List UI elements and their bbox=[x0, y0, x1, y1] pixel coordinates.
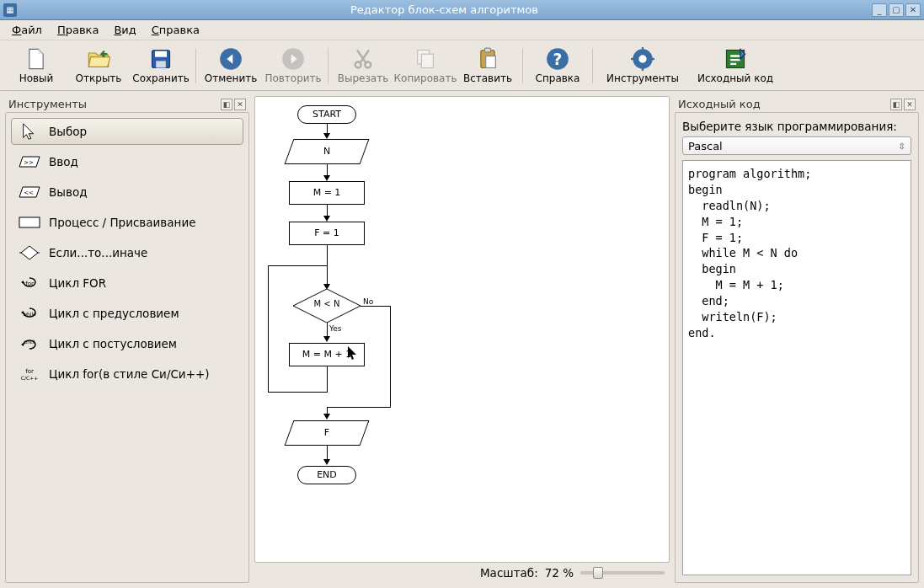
menu-help[interactable]: Справка bbox=[145, 22, 206, 38]
panel-detach-button[interactable]: ◧ bbox=[890, 99, 902, 110]
tool-for[interactable]: for Цикл FOR bbox=[11, 270, 243, 297]
svg-text:until: until bbox=[24, 339, 35, 345]
toolbar-source[interactable]: Исходный код bbox=[689, 43, 782, 88]
zoom-slider[interactable] bbox=[580, 571, 665, 575]
toolbar-copy-label: Копировать bbox=[394, 72, 457, 84]
tool-process[interactable]: Процесс / Присваивание bbox=[11, 209, 243, 236]
arrow-icon bbox=[323, 459, 330, 465]
svg-rect-23 bbox=[19, 217, 40, 227]
toolbar-undo[interactable]: Отменить bbox=[200, 43, 262, 88]
redo-icon bbox=[281, 47, 305, 71]
save-icon bbox=[149, 47, 173, 71]
toolbar-open[interactable]: Открыть bbox=[67, 43, 130, 88]
svg-text:>>: >> bbox=[24, 159, 34, 166]
tool-output[interactable]: << Вывод bbox=[11, 179, 243, 206]
source-code-area[interactable]: program algorithm; begin readln(N); M = … bbox=[682, 160, 911, 575]
panel-close-button[interactable]: ✕ bbox=[904, 99, 916, 110]
toolbar-paste[interactable]: Вставить bbox=[457, 43, 519, 88]
tool-ifelse-label: Если...то...иначе bbox=[49, 246, 147, 259]
connector bbox=[268, 265, 269, 392]
toolbar-save[interactable]: Сохранить bbox=[130, 43, 192, 88]
language-label: Выберите язык программирования: bbox=[682, 120, 911, 133]
flowchart: START N M = 1 F = 1 bbox=[255, 97, 669, 562]
connector bbox=[327, 366, 328, 392]
maximize-button[interactable]: ▢ bbox=[889, 3, 904, 17]
tool-cfor[interactable]: forC/C++ Цикл for(в стиле Си/Си++) bbox=[11, 361, 243, 388]
panel-detach-button[interactable]: ◧ bbox=[221, 99, 232, 110]
help-icon: ? bbox=[546, 47, 569, 71]
canvas-panel: START N M = 1 F = 1 bbox=[254, 96, 670, 583]
toolbar-separator bbox=[592, 48, 593, 83]
mouse-cursor-icon bbox=[348, 346, 360, 361]
toolbar-new[interactable]: Новый bbox=[5, 43, 67, 88]
toolbar-paste-label: Вставить bbox=[463, 72, 512, 84]
window-controls: _ ▢ ✕ bbox=[872, 3, 921, 17]
arrow-icon bbox=[323, 175, 330, 181]
toolbar-copy: Копировать bbox=[394, 43, 457, 88]
svg-rect-1 bbox=[155, 51, 167, 56]
zoom-slider-track bbox=[580, 571, 665, 575]
arrow-icon bbox=[323, 414, 330, 420]
toolbar-redo: Повторить bbox=[262, 43, 324, 88]
svg-text:while: while bbox=[23, 311, 36, 317]
connector bbox=[390, 306, 391, 407]
toolbar-help[interactable]: ? Справка bbox=[526, 43, 589, 88]
node-end[interactable]: END bbox=[297, 466, 356, 484]
input-shape-icon: >> bbox=[19, 154, 40, 169]
zoom-slider-thumb[interactable] bbox=[593, 567, 603, 579]
flowchart-canvas[interactable]: START N M = 1 F = 1 bbox=[254, 96, 670, 563]
svg-text:C/C++: C/C++ bbox=[21, 375, 38, 381]
node-start[interactable]: START bbox=[297, 105, 356, 124]
svg-text:?: ? bbox=[553, 51, 563, 68]
menu-view[interactable]: Вид bbox=[107, 22, 142, 38]
node-decision[interactable]: M < N bbox=[293, 289, 361, 323]
close-button[interactable]: ✕ bbox=[905, 3, 921, 17]
for-loop-icon: for bbox=[19, 275, 40, 291]
menubar: Файл Правка Вид Справка bbox=[0, 20, 924, 40]
tool-cfor-label: Цикл for(в стиле Си/Си++) bbox=[49, 367, 210, 381]
svg-rect-19 bbox=[650, 57, 654, 59]
tool-until[interactable]: until Цикл с постусловием bbox=[11, 330, 243, 357]
panel-close-button[interactable]: ✕ bbox=[234, 99, 246, 110]
toolbar-new-label: Новый bbox=[19, 72, 54, 84]
node-input-n[interactable]: N bbox=[285, 139, 370, 164]
tool-until-label: Цикл с постусловием bbox=[49, 337, 177, 350]
node-output-f-text: F bbox=[290, 421, 364, 445]
zoom-label: Масштаб: bbox=[480, 566, 538, 580]
language-select[interactable]: Pascal ⇳ bbox=[682, 136, 911, 155]
file-new-icon bbox=[24, 47, 48, 71]
node-m1[interactable]: M = 1 bbox=[289, 181, 365, 205]
cut-icon bbox=[351, 47, 375, 71]
node-inc-text: M = M + 1 bbox=[302, 349, 351, 360]
undo-icon bbox=[219, 47, 243, 71]
svg-rect-11 bbox=[486, 56, 496, 67]
zoom-bar: Масштаб: 72 % bbox=[254, 563, 670, 583]
connector bbox=[327, 407, 391, 408]
svg-text:for: for bbox=[25, 281, 34, 287]
node-f1-text: F = 1 bbox=[314, 227, 339, 238]
source-panel-title: Исходный код bbox=[678, 98, 761, 110]
tool-select[interactable]: Выбор bbox=[11, 118, 243, 145]
tool-input[interactable]: >> Ввод bbox=[11, 148, 243, 175]
tool-ifelse[interactable]: Если...то...иначе bbox=[11, 239, 243, 266]
tools-panel: Инструменты ◧ ✕ Выбор >> Ввод << bbox=[5, 96, 249, 583]
minimize-button[interactable]: _ bbox=[872, 3, 887, 17]
process-shape-icon bbox=[19, 215, 40, 230]
toolbar-open-label: Открыть bbox=[76, 72, 122, 84]
svg-rect-18 bbox=[631, 57, 635, 59]
svg-rect-2 bbox=[156, 61, 166, 67]
connector bbox=[268, 392, 328, 393]
node-output-f[interactable]: F bbox=[285, 420, 370, 446]
source-panel-header: Исходный код ◧ ✕ bbox=[675, 96, 919, 112]
label-yes: Yes bbox=[329, 324, 342, 333]
menu-file[interactable]: Файл bbox=[5, 22, 49, 38]
toolbar-tools[interactable]: Инструменты bbox=[596, 43, 689, 88]
svg-rect-16 bbox=[642, 47, 644, 51]
menu-edit[interactable]: Правка bbox=[51, 22, 105, 38]
label-no: No bbox=[363, 297, 373, 306]
source-code-icon bbox=[724, 47, 747, 71]
node-f1[interactable]: F = 1 bbox=[289, 222, 365, 245]
tool-while[interactable]: while Цикл с предусловием bbox=[11, 300, 243, 327]
toolbar-undo-label: Отменить bbox=[205, 72, 258, 84]
connector bbox=[268, 265, 328, 266]
